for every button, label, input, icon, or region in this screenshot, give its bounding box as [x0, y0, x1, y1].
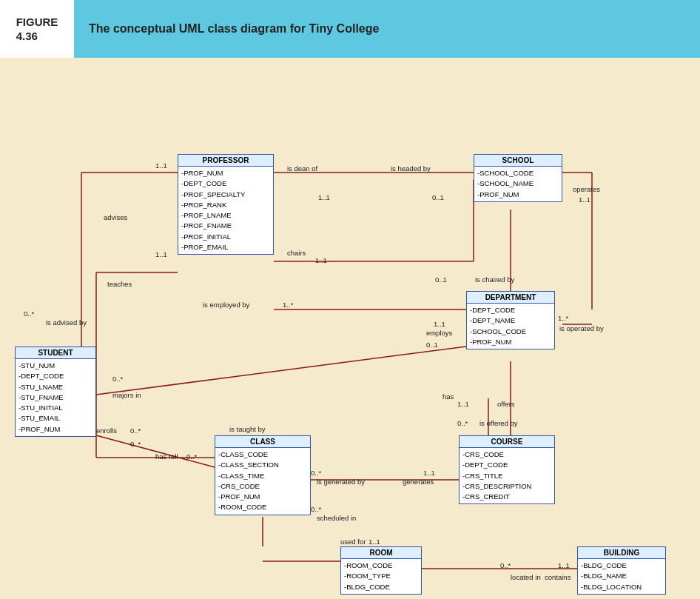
label-advises: advises [104, 213, 127, 221]
room-box: ROOM -ROOM_CODE -ROOM_TYPE -BLDG_CODE [340, 546, 422, 595]
header-title: The conceptual UML class diagram for Tin… [74, 22, 379, 36]
label-01-employs: 0..1 [426, 341, 438, 349]
label-01-chaired: 0..1 [435, 275, 447, 284]
label-11-chairs: 1..1 [315, 256, 327, 264]
label-hasroll: has roll [155, 452, 178, 461]
label-0star-enrolls: 0..* [130, 426, 141, 435]
school-attrs: -SCHOOL_CODE -SCHOOL_NAME -PROF_NUM [474, 167, 562, 201]
label-chairs: chairs [287, 249, 306, 257]
label-isdeanof: is dean of [287, 164, 317, 173]
school-box: SCHOOL -SCHOOL_CODE -SCHOOL_NAME -PROF_N… [474, 154, 562, 202]
label-0star-generated: 0..* [311, 469, 321, 477]
student-attrs: -STU_NUM -DEPT_CODE -STU_LNAME -STU_FNAM… [16, 359, 95, 436]
label-11-usedfor: 1..1 [368, 538, 380, 546]
label-locatedin: located in [511, 573, 541, 581]
label-generates: generates [403, 478, 434, 486]
label-0star-offeredby: 0..* [457, 419, 468, 427]
class-attrs: -CLASS_CODE -CLASS_SECTION -CLASS_TIME -… [215, 448, 310, 515]
label-1star-employed: 1..* [283, 301, 293, 309]
figure-label: FIGURE4.36 [0, 0, 74, 58]
label-majorsin: majors in [112, 391, 141, 399]
label-isgeneratedby: is generated by [317, 478, 365, 486]
label-offers: offers [497, 400, 515, 408]
page-header: FIGURE4.36 The conceptual UML class diag… [0, 0, 700, 58]
label-0star-sched: 0..* [311, 505, 321, 513]
label-0star-class-left: 0..* [186, 452, 197, 461]
label-has: has [442, 392, 454, 401]
label-11-operates: 1..1 [579, 195, 590, 204]
label-contains: contains [545, 573, 571, 581]
class-box: CLASS -CLASS_CODE -CLASS_SECTION -CLASS_… [215, 435, 311, 515]
label-11-employs: 1..1 [434, 320, 445, 328]
label-1star-dept: 1..* [558, 314, 568, 322]
label-isheadedby: is headed by [391, 164, 431, 173]
label-01-school: 0..1 [432, 193, 444, 201]
label-isoperatedby: is operated by [559, 324, 604, 332]
label-istaught: is taught by [229, 425, 266, 433]
label-employs: employs [426, 329, 452, 337]
building-title: BUILDING [578, 547, 665, 559]
professor-attrs: -PROF_NUM -DEPT_CODE -PROF_SPECIALTY -PR… [178, 167, 273, 254]
label-11-contains: 1..1 [558, 561, 570, 569]
student-title: STUDENT [16, 347, 95, 359]
label-isofferedby: is offered by [479, 419, 518, 427]
diagram-area: PROFESSOR -PROF_NUM -DEPT_CODE -PROF_SPE… [0, 58, 700, 599]
department-box: DEPARTMENT -DEPT_CODE -DEPT_NAME -SCHOOL… [466, 291, 555, 349]
room-title: ROOM [341, 547, 421, 559]
label-11-prof-mid: 1..1 [155, 250, 167, 258]
label-teaches: teaches [107, 280, 132, 288]
label-0star-hasroll: 0..* [130, 440, 141, 448]
student-box: STUDENT -STU_NUM -DEPT_CODE -STU_LNAME -… [15, 347, 96, 437]
professor-box: PROFESSOR -PROF_NUM -DEPT_CODE -PROF_SPE… [178, 154, 274, 255]
room-attrs: -ROOM_CODE -ROOM_TYPE -BLDG_CODE [341, 559, 421, 594]
department-attrs: -DEPT_CODE -DEPT_NAME -SCHOOL_CODE -PROF… [467, 304, 554, 349]
label-0star-left: 0..* [24, 309, 34, 318]
label-11-prof-top: 1..1 [155, 161, 167, 170]
course-box: COURSE -CRS_CODE -DEPT_CODE -CRS_TITLE -… [459, 435, 555, 504]
label-operates: operates [573, 185, 600, 193]
label-0star-locatedin: 0..* [500, 561, 511, 569]
label-isadvisedby: is advised by [46, 318, 87, 327]
label-11-generates: 1..1 [423, 469, 435, 477]
label-ischairedby: is chaired by [475, 275, 514, 284]
svg-line-16 [96, 435, 215, 467]
course-attrs: -CRS_CODE -DEPT_CODE -CRS_TITLE -CRS_DES… [460, 448, 554, 503]
department-title: DEPARTMENT [467, 292, 554, 304]
label-11-offers: 1..1 [457, 400, 469, 408]
label-0star-majorsin: 0..* [112, 375, 123, 383]
school-title: SCHOOL [474, 155, 562, 167]
class-title: CLASS [215, 436, 310, 448]
label-usedfor: used for [340, 538, 366, 546]
label-scheduledin: scheduled in [317, 514, 356, 522]
label-11-school-left: 1..1 [318, 193, 330, 201]
label-isemployed: is employed by [203, 301, 249, 309]
svg-line-15 [96, 347, 466, 395]
building-box: BUILDING -BLDG_CODE -BLDG_NAME -BLDG_LOC… [577, 546, 666, 595]
course-title: COURSE [460, 436, 554, 448]
label-enrolls: enrolls [96, 426, 117, 435]
building-attrs: -BLDG_CODE -BLDG_NAME -BLDG_LOCATION [578, 559, 665, 594]
professor-title: PROFESSOR [178, 155, 273, 167]
